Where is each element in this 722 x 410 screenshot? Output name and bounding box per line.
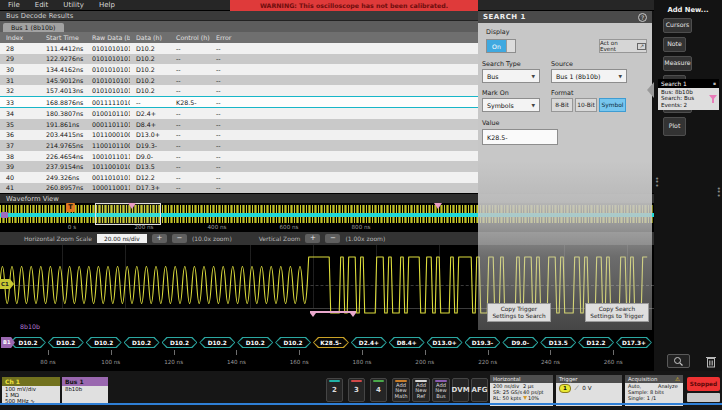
- cell: 37: [0, 142, 40, 149]
- menu-item-file[interactable]: File: [8, 1, 29, 9]
- table-row[interactable]: 37214.9765ns1100101100D19.3-----: [0, 140, 478, 151]
- add-new-bus-button[interactable]: Add New Bus: [432, 378, 450, 402]
- sidebar-button-cursors[interactable]: Cursors: [663, 18, 692, 33]
- table-row[interactable]: 40249.326ns0011010101D12.2----: [0, 172, 478, 183]
- vzoom-ratio-label: (1.00x zoom): [345, 235, 385, 242]
- cell: --: [170, 66, 210, 73]
- vzoom-increase-button[interactable]: +: [305, 234, 320, 243]
- table-row[interactable]: 41260.8957ns1000110011D17.3+----: [0, 183, 478, 194]
- copy-search-to-trigger-button[interactable]: Copy Search Settings to Trigger: [585, 303, 649, 322]
- source-dropdown[interactable]: Bus 1 (8b10b) ▼: [551, 69, 627, 83]
- act-on-event-button[interactable]: Act on Event ↗: [599, 39, 647, 53]
- sidebar-resize-handle[interactable]: •••: [717, 188, 721, 198]
- cell: 214.9765ns: [40, 142, 86, 149]
- channel-2-button[interactable]: 2: [326, 378, 343, 402]
- add-new-math-button[interactable]: Add New Math: [392, 378, 410, 402]
- cell: --: [210, 163, 262, 170]
- cell: 1011000100: [86, 131, 130, 138]
- bus1-badge[interactable]: Bus 1 8b10b: [62, 377, 108, 404]
- format-symbol-button[interactable]: Symbol: [599, 98, 626, 112]
- table-row[interactable]: 32157.4013ns0101010101D10.2----: [0, 85, 478, 96]
- table-row[interactable]: 28111.4412ns0101010101D10.2----: [0, 43, 478, 54]
- table-row[interactable]: 31145.9012ns0101010101D10.2----: [0, 75, 478, 86]
- trigger-panel[interactable]: Trigger 1 ⟋ 0 V: [556, 375, 622, 406]
- search-value-input[interactable]: K28.5-: [482, 129, 558, 145]
- menu-item-edit[interactable]: Edit: [35, 1, 58, 9]
- source-value: Bus 1 (8b10b): [556, 73, 601, 80]
- menu-item-utility[interactable]: Utility: [63, 1, 93, 9]
- sidebar-button-measure[interactable]: Measure: [663, 56, 692, 71]
- acquisition-panel[interactable]: Acquisition ⚠ Auto, Analyze Sample: 8 bi…: [625, 375, 683, 406]
- hzoom-scale-value[interactable]: 20.00 ns/div: [97, 234, 147, 243]
- bus1-badge-settings: 8b10b: [62, 386, 108, 404]
- menu-item-help[interactable]: Help: [99, 1, 124, 9]
- axis-tick-label: 220 ns: [478, 359, 497, 365]
- run-stop-status-button[interactable]: Stopped: [687, 377, 720, 391]
- format-8-bit-button[interactable]: 8-Bit: [551, 98, 573, 112]
- help-icon[interactable]: ?: [638, 13, 647, 22]
- bus-setting-line: 8b10b: [65, 387, 105, 393]
- axis-tick: [362, 350, 363, 355]
- search-type-dropdown[interactable]: Bus ▼: [482, 69, 540, 83]
- copy-trigger-to-search-button[interactable]: Copy Trigger Settings to Search: [487, 303, 551, 322]
- search1-badge[interactable]: Search 1 ▪ Bus: 8b10bSearch: BusEvents: …: [658, 79, 719, 110]
- decode-symbol-label: D8.4+: [397, 340, 417, 346]
- cell: 180.3807ns: [40, 110, 86, 117]
- bus1-track-handle[interactable]: B1: [1, 337, 15, 348]
- search-event-marker-1[interactable]: [128, 203, 136, 209]
- channel-3-button[interactable]: 3: [348, 378, 365, 402]
- vzoom-decrease-button[interactable]: −: [325, 234, 340, 243]
- channel1-badge[interactable]: Ch 1 100 mV/div1 MΩ500 MHz ∿: [2, 377, 60, 405]
- cell: 203.4415ns: [40, 131, 86, 138]
- table-row[interactable]: 39237.9154ns1011001010D13.5----: [0, 161, 478, 172]
- trigger-position-marker[interactable]: T: [66, 203, 75, 212]
- zoom-preview-button[interactable]: [667, 354, 690, 368]
- table-row[interactable]: 36203.4415ns1011000100D13.0+----: [0, 130, 478, 141]
- rising-edge-icon: ⟋: [575, 384, 579, 391]
- sidebar-button-note[interactable]: Note: [663, 37, 686, 52]
- table-row[interactable]: 35191.861ns0001101101D8.4+----: [0, 119, 478, 130]
- table-row[interactable]: 33168.8876ns0011111010--K28.5---: [0, 96, 478, 109]
- table-row[interactable]: 34180.3807ns0100101101D2.4+----: [0, 108, 478, 119]
- channel-4-button[interactable]: 4: [370, 378, 387, 402]
- column-header[interactable]: Index: [0, 34, 40, 41]
- delete-button[interactable]: [702, 353, 719, 369]
- column-header[interactable]: Data (h): [130, 34, 170, 41]
- column-header[interactable]: Error: [210, 34, 262, 41]
- column-header[interactable]: Control (h): [170, 34, 210, 41]
- cell: --: [210, 153, 262, 160]
- single-seq-button[interactable]: [687, 393, 720, 402]
- dvm-button[interactable]: DVM: [452, 378, 469, 402]
- table-row[interactable]: 30134.4162ns0101010101D10.2----: [0, 64, 478, 75]
- tab-bus1-8b10b[interactable]: Bus 1 (8b10b): [3, 23, 64, 32]
- decode-symbol-label: K28.5-: [320, 340, 341, 346]
- cell: 0101010101: [86, 77, 130, 84]
- panel-resize-handle[interactable]: •••: [655, 178, 659, 188]
- decode-symbol: D10.2: [48, 337, 84, 348]
- cell: --: [170, 142, 210, 149]
- hzoom-increase-button[interactable]: +: [152, 234, 167, 243]
- decode-symbol: D10.2: [199, 337, 235, 348]
- sidebar-button-plot[interactable]: Plot: [663, 117, 686, 136]
- horizontal-panel[interactable]: Horizontal 200 ns/div2 µsSR: 25 GS/s40 p…: [490, 375, 553, 406]
- cell: 38: [0, 153, 40, 160]
- dvm-button-label: DVM: [451, 386, 469, 394]
- format-10-bit-button[interactable]: 10-Bit: [575, 98, 597, 112]
- search-event-marker-2[interactable]: [434, 203, 442, 209]
- decode-table-header: IndexStart TimeRaw Data (b)Data (h)Contr…: [0, 32, 478, 43]
- cell: --: [210, 77, 262, 84]
- cell: 1001011011: [86, 153, 130, 160]
- cell: 40: [0, 174, 40, 181]
- table-row[interactable]: 29122.9276ns0101010101D10.2----: [0, 54, 478, 65]
- cell: 1011001010: [86, 163, 130, 170]
- afg-button[interactable]: AFG: [471, 378, 488, 402]
- add-new-ref-button[interactable]: Add New Ref: [412, 378, 430, 402]
- column-header[interactable]: Start Time: [40, 34, 86, 41]
- display-on-toggle[interactable]: On: [486, 39, 516, 53]
- hzoom-decrease-button[interactable]: −: [172, 234, 187, 243]
- axis-tick-label: 260 ns: [604, 359, 623, 365]
- mark-on-dropdown[interactable]: Symbols ▼: [482, 98, 540, 112]
- cell: --: [170, 77, 210, 84]
- table-row[interactable]: 38226.4654ns1001011011D9.0-----: [0, 151, 478, 162]
- column-header[interactable]: Raw Data (b): [86, 34, 130, 41]
